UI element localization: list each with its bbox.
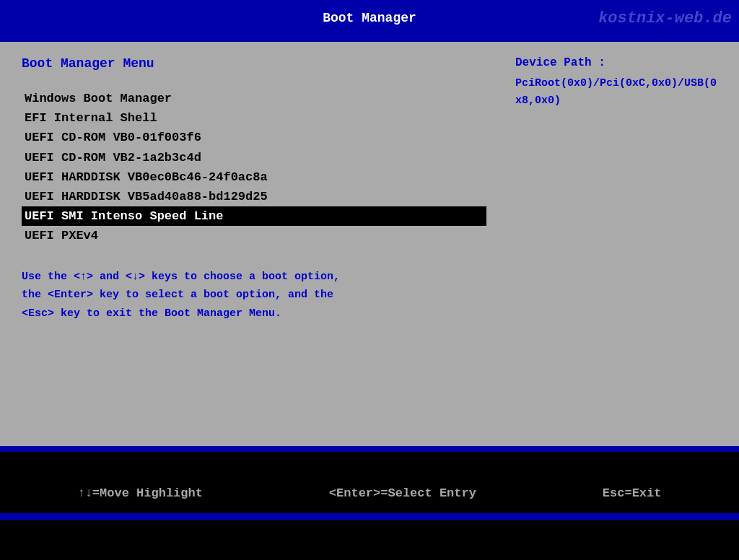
instruction-line-3: <Esc> key to exit the Boot Manager Menu. <box>22 305 486 323</box>
instruction-line-2: the <Enter> key to select a boot option,… <box>22 286 486 305</box>
select-entry-label: <Enter>=Select Entry <box>329 486 476 500</box>
escape-label: Esc=Exit <box>603 486 662 500</box>
status-bar: ↑↓=Move Highlight <Enter>=Select Entry E… <box>0 473 739 513</box>
bottom-gap <box>0 452 739 473</box>
device-path-value: PciRoot(0x0)/Pci(0xC,0x0)/USB(0x8,0x0) <box>515 75 717 110</box>
top-separator <box>0 36 739 42</box>
move-highlight-label: ↑↓=Move Highlight <box>77 486 202 500</box>
boot-list-item[interactable]: UEFI HARDDISK VB0ec0Bc46-24f0ac8a <box>22 167 486 187</box>
title-bar: Boot Manager kostnix-web.de <box>0 0 739 36</box>
bottom-separator <box>0 446 739 452</box>
boot-list-item[interactable]: UEFI CD-ROM VB2-1a2b3c4d <box>22 148 486 167</box>
boot-list-item[interactable]: UEFI CD-ROM VB0-01f003f6 <box>22 128 486 147</box>
right-panel: Device Path : PciRoot(0x0)/Pci(0xC,0x0)/… <box>501 56 717 432</box>
instruction-line-1: Use the <↑> and <↓> keys to choose a boo… <box>22 268 486 286</box>
boot-list-item[interactable]: Windows Boot Manager <box>22 89 486 108</box>
boot-list-item[interactable]: EFI Internal Shell <box>22 108 486 128</box>
boot-list-item[interactable]: UEFI SMI Intenso Speed Line <box>22 206 486 226</box>
main-content: Boot Manager Menu Windows Boot ManagerEF… <box>0 42 739 446</box>
boot-list-item[interactable]: UEFI PXEv4 <box>22 226 486 245</box>
bottom-blue-bar <box>0 513 739 520</box>
boot-list: Windows Boot ManagerEFI Internal ShellUE… <box>22 89 486 246</box>
left-panel: Boot Manager Menu Windows Boot ManagerEF… <box>22 56 501 432</box>
boot-list-item[interactable]: UEFI HARDDISK VB5ad40a88-bd129d25 <box>22 187 486 206</box>
menu-title: Boot Manager Menu <box>22 56 486 71</box>
page-title: Boot Manager <box>323 11 416 25</box>
device-path-label: Device Path : <box>515 56 717 69</box>
instructions: Use the <↑> and <↓> keys to choose a boo… <box>22 268 486 323</box>
watermark: kostnix-web.de <box>598 9 732 27</box>
